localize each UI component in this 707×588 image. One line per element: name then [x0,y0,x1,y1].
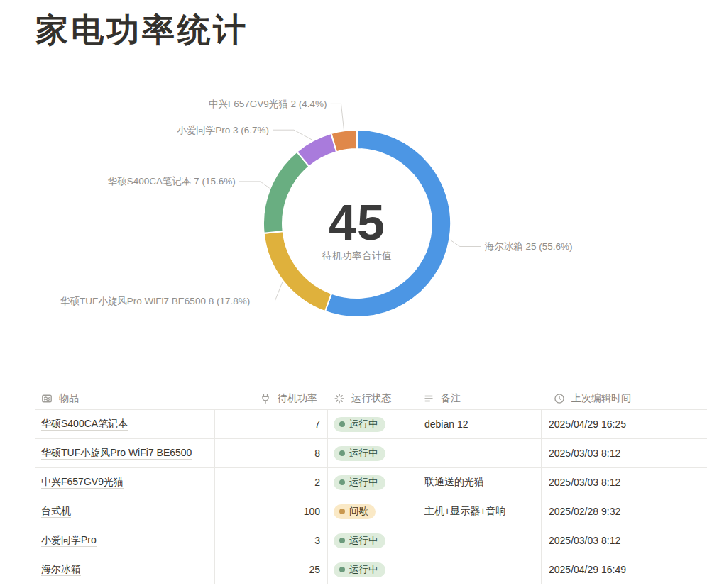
pie-leader-line-3 [273,130,313,140]
status-pill: 运行中 [334,533,385,548]
status-cell[interactable]: 运行中 [328,439,417,467]
edited-cell[interactable]: 2025/03/03 8:12 [542,526,707,555]
table-row: 海尔冰箱 25 运行中 2025/04/29 16:49 [35,555,707,584]
edited-cell[interactable]: 2025/04/29 16:49 [542,555,707,584]
pie-leader-line-1 [253,282,283,301]
status-pill: 运行中 [334,475,385,490]
item-link[interactable]: 台式机 [41,505,71,518]
item-cell[interactable]: 中兴F657GV9光猫 [35,468,215,497]
appliance-table: 物品 待机功率 运行状态 [35,388,707,584]
status-label: 间歇 [349,505,368,518]
power-cell[interactable]: 100 [215,497,328,526]
pie-segment-0[interactable] [325,130,451,317]
pie-label-1: 华硕TUF小旋风Pro WiFi7 BE6500 8 (17.8%) [60,296,250,306]
item-link[interactable]: 华硕TUF小旋风Pro WiFi7 BE6500 [41,447,192,460]
clock-icon [554,393,565,404]
power-cell[interactable]: 8 [215,439,328,467]
status-cell[interactable]: 运行中 [328,468,417,497]
power-cell[interactable]: 2 [215,468,328,497]
note-cell[interactable]: 联通送的光猫 [417,468,542,497]
pie-label-0: 海尔冰箱 25 (55.6%) [485,241,573,252]
status-pill: 间歇 [334,504,376,519]
status-dot-icon [339,538,345,543]
column-header-status[interactable]: 运行状态 [328,388,417,409]
table-row: 中兴F657GV9光猫 2 运行中 联通送的光猫 2025/03/03 8:12 [35,468,707,497]
item-cell[interactable]: 台式机 [35,497,215,526]
status-spinner-icon [334,393,345,404]
table-row: 台式机 100 间歇 主机+显示器+音响 2025/02/28 9:32 [35,497,707,526]
item-cell[interactable]: 小爱同学Pro [35,526,215,555]
column-header-power[interactable]: 待机功率 [215,388,328,409]
donut-chart: 海尔冰箱 25 (55.6%)华硕TUF小旋风Pro WiFi7 BE6500 … [0,0,707,383]
plug-icon [260,393,271,404]
pie-segment-2[interactable] [263,152,309,233]
column-label: 运行状态 [351,392,391,405]
column-label: 待机功率 [278,392,317,405]
column-label: 物品 [59,392,79,405]
status-label: 运行中 [349,476,378,489]
item-cell[interactable]: 海尔冰箱 [35,555,215,584]
status-dot-icon [339,421,345,427]
title-icon [41,393,53,404]
pie-label-3: 小爱同学Pro 3 (6.7%) [177,125,269,135]
pie-leader-line-0 [450,240,481,246]
item-cell[interactable]: 华硕S400CA笔记本 [35,410,215,438]
status-cell[interactable]: 运行中 [328,526,417,555]
status-pill: 运行中 [334,562,385,577]
item-cell[interactable]: 华硕TUF小旋风Pro WiFi7 BE6500 [35,439,215,467]
status-pill: 运行中 [334,446,385,461]
status-dot-icon [339,479,345,485]
status-label: 运行中 [349,534,378,547]
power-cell[interactable]: 3 [215,526,328,555]
status-cell[interactable]: 运行中 [328,555,417,584]
pie-segment-1[interactable] [264,231,331,311]
status-dot-icon [339,567,345,572]
status-dot-icon [339,450,345,456]
status-pill: 运行中 [334,417,385,432]
note-cell[interactable]: 主机+显示器+音响 [417,497,542,526]
item-link[interactable]: 海尔冰箱 [41,563,81,577]
status-label: 运行中 [349,563,378,576]
note-cell[interactable] [417,555,542,584]
item-link[interactable]: 华硕S400CA笔记本 [41,418,128,431]
column-label: 备注 [441,392,461,405]
status-cell[interactable]: 运行中 [328,410,417,438]
edited-cell[interactable]: 2025/04/29 16:25 [542,410,707,438]
note-cell[interactable]: debian 12 [417,410,542,438]
item-link[interactable]: 中兴F657GV9光猫 [41,476,124,489]
column-header-item[interactable]: 物品 [35,388,215,409]
pie-leader-line-2 [239,182,270,188]
pie-label-4: 中兴F657GV9光猫 2 (4.4%) [209,99,327,109]
status-label: 运行中 [349,418,378,431]
table-header: 物品 待机功率 运行状态 [35,388,707,410]
table-row: 华硕S400CA笔记本 7 运行中 debian 12 2025/04/29 1… [35,410,707,439]
status-cell[interactable]: 间歇 [328,497,417,526]
power-cell[interactable]: 7 [215,410,328,438]
table-row: 华硕TUF小旋风Pro WiFi7 BE6500 8 运行中 2025/03/0… [35,439,707,468]
edited-cell[interactable]: 2025/03/03 8:12 [542,468,707,497]
note-cell[interactable] [417,439,542,467]
status-dot-icon [339,509,345,514]
item-link[interactable]: 小爱同学Pro [41,534,97,548]
pie-label-2: 华硕S400CA笔记本 7 (15.6%) [108,176,236,187]
pie-leader-line-4 [331,104,344,130]
pie-segment-4[interactable] [331,130,357,152]
power-cell[interactable]: 25 [215,555,328,584]
note-cell[interactable] [417,526,542,555]
edited-cell[interactable]: 2025/03/03 8:12 [542,439,707,467]
column-label: 上次编辑时间 [571,392,631,405]
table-body: 华硕S400CA笔记本 7 运行中 debian 12 2025/04/29 1… [35,410,707,584]
status-label: 运行中 [349,447,378,460]
column-header-note[interactable]: 备注 [417,388,542,409]
table-row: 小爱同学Pro 3 运行中 2025/03/03 8:12 [35,526,707,555]
text-lines-icon [423,393,434,404]
edited-cell[interactable]: 2025/02/28 9:32 [542,497,707,526]
column-header-edited[interactable]: 上次编辑时间 [542,388,707,409]
donut-chart-svg: 海尔冰箱 25 (55.6%)华硕TUF小旋风Pro WiFi7 BE6500 … [0,0,707,383]
